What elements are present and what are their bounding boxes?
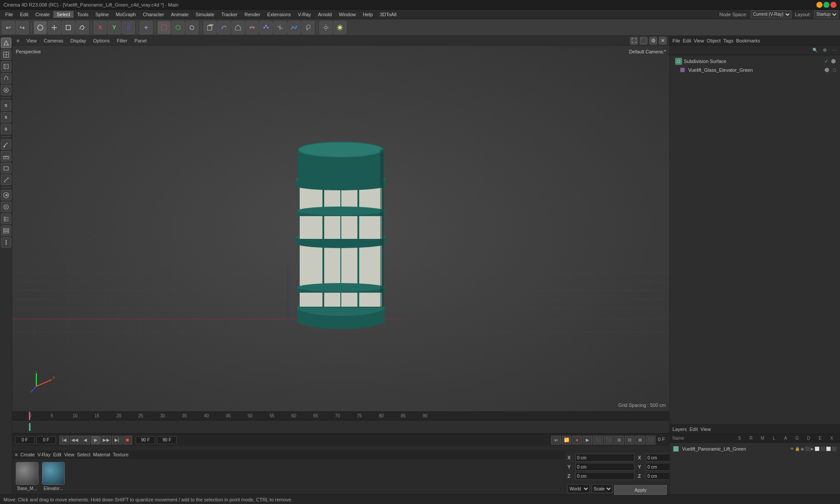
lm-icon-lock[interactable]: 🔒: [795, 447, 800, 451]
settings-button[interactable]: [319, 21, 332, 34]
om-edit-menu[interactable]: Edit: [683, 38, 691, 43]
tool-sculpt[interactable]: [1, 73, 11, 84]
mat-material[interactable]: Material: [93, 452, 110, 457]
lm-icon-solo[interactable]: ◉: [801, 447, 804, 451]
coord-y-pos-input[interactable]: [575, 463, 634, 471]
tool-measure[interactable]: [1, 175, 11, 185]
lm-icon-render[interactable]: ⬛: [805, 447, 810, 451]
lm-layers-menu[interactable]: Layers: [672, 427, 687, 432]
tool-paint2[interactable]: [1, 151, 11, 161]
tool-uv[interactable]: [1, 61, 11, 72]
timeline-loop-btn[interactable]: 🔁: [562, 436, 571, 444]
axis-y-button[interactable]: Y: [108, 21, 121, 34]
lm-icon-more2[interactable]: ⬜: [826, 447, 831, 451]
lm-item-vuelift[interactable]: Vuelift_Panoramic_Lift_Green 👁 🔒 ◉ ⬛ ▶ ⬜…: [672, 444, 838, 453]
axis-x-button[interactable]: X: [94, 21, 107, 34]
om-tags-menu[interactable]: Tags: [723, 38, 733, 43]
field-button[interactable]: [273, 21, 287, 34]
tool-more[interactable]: [1, 237, 11, 248]
viewport-filter-menu[interactable]: Filter: [115, 38, 129, 44]
viewport-options-menu[interactable]: Options: [91, 38, 112, 44]
deform-button[interactable]: [245, 21, 259, 34]
timeline-more5[interactable]: ⊠: [635, 436, 645, 444]
mat-texture[interactable]: Texture: [113, 452, 129, 457]
viewport-cameras-menu[interactable]: Cameras: [42, 38, 65, 44]
layout-select[interactable]: Startup: [814, 10, 838, 18]
timeline-preview-end[interactable]: [157, 436, 177, 444]
menu-tools[interactable]: Tools: [74, 11, 92, 18]
menu-file[interactable]: File: [2, 11, 17, 18]
timeline-track[interactable]: [12, 420, 669, 434]
mat-menu-toggle[interactable]: ≡: [15, 452, 18, 457]
record-button[interactable]: ⏹: [122, 436, 132, 444]
timeline-more4[interactable]: ⊟: [625, 436, 634, 444]
om-bookmarks-menu[interactable]: Bookmarks: [736, 38, 760, 43]
timeline-key-btn[interactable]: ●: [572, 436, 582, 444]
om-more-icon[interactable]: ⋯: [830, 46, 838, 54]
play-back-button[interactable]: ◀: [80, 436, 90, 444]
select-all-button[interactable]: [158, 21, 171, 34]
mode-rotate-button[interactable]: [76, 21, 89, 34]
om-filter-icon[interactable]: ⚙: [821, 46, 829, 54]
axis-z-button[interactable]: Z: [122, 21, 135, 34]
select-lasso-button[interactable]: [186, 21, 199, 34]
viewport-settings[interactable]: ⚙: [649, 37, 657, 45]
timeline-more3[interactable]: ⊞: [614, 436, 624, 444]
tool-s2[interactable]: S: [1, 112, 11, 122]
menu-arnold[interactable]: Arnold: [315, 11, 336, 18]
menu-animate[interactable]: Animate: [168, 11, 192, 18]
undo-button[interactable]: ↩: [2, 21, 15, 34]
menu-simulate[interactable]: Simulate: [192, 11, 218, 18]
lm-view-menu[interactable]: View: [700, 427, 711, 432]
material-item-base[interactable]: Base_M...: [16, 462, 38, 491]
menu-edit[interactable]: Edit: [17, 11, 32, 18]
viewport-render-region[interactable]: ⬛: [640, 37, 648, 45]
goto-end-button[interactable]: ▶|: [112, 436, 122, 444]
step-fwd-button[interactable]: ▶▶: [102, 436, 111, 444]
menu-select[interactable]: Select: [53, 11, 74, 18]
add-button[interactable]: +: [140, 21, 153, 34]
timeline-mode-btn[interactable]: ⏯: [551, 436, 561, 444]
menu-vray[interactable]: V-Ray: [294, 11, 315, 18]
coord-scale-select[interactable]: Scale: [592, 484, 612, 493]
coord-x-pos-input[interactable]: [575, 454, 634, 462]
cube-button[interactable]: [203, 21, 217, 34]
menu-help[interactable]: Help: [360, 11, 377, 18]
coord-z-pos-input[interactable]: [575, 472, 634, 480]
viewport-view-menu[interactable]: View: [24, 38, 38, 44]
node-space-select[interactable]: Current (V-Ray): [751, 10, 791, 18]
timeline-start-frame[interactable]: [36, 436, 56, 444]
mat-select[interactable]: Select: [77, 452, 91, 457]
redo-button[interactable]: ↪: [16, 21, 29, 34]
viewport-display-menu[interactable]: Display: [69, 38, 88, 44]
om-item-subdivision[interactable]: ⬡ Subdivision Surface ✓: [672, 57, 838, 66]
menu-extensions[interactable]: Extensions: [264, 11, 294, 18]
menu-create[interactable]: Create: [32, 11, 53, 18]
tool-layers[interactable]: [1, 225, 11, 236]
mograph-button[interactable]: [259, 21, 273, 34]
close-button[interactable]: [830, 2, 836, 8]
timeline-current-frame[interactable]: [15, 436, 35, 444]
goto-start-button[interactable]: |◀: [60, 436, 69, 444]
tool-grid[interactable]: [1, 214, 11, 224]
timeline-more6[interactable]: ⬛: [646, 436, 655, 444]
om-view-menu[interactable]: View: [694, 38, 704, 43]
tool-rect[interactable]: [1, 163, 11, 173]
mat-vray[interactable]: V-Ray: [37, 452, 50, 457]
coord-world-select[interactable]: World Object: [567, 484, 590, 493]
viewport-panel-menu[interactable]: Panel: [133, 38, 148, 44]
timeline-more1[interactable]: ⬛: [593, 436, 603, 444]
extrude-button[interactable]: [231, 21, 245, 34]
menu-window[interactable]: Window: [335, 11, 359, 18]
mode-move-button[interactable]: [48, 21, 61, 34]
mat-view[interactable]: View: [64, 452, 74, 457]
om-item-glass-elevator[interactable]: Vuelift_Glass_Elevator_Green ⬡: [672, 66, 838, 74]
timeline-more2[interactable]: ⬛: [604, 436, 613, 444]
tool-s3[interactable]: S: [1, 124, 11, 134]
paint-button[interactable]: [301, 21, 315, 34]
lm-icon-more3[interactable]: ⬛: [832, 447, 836, 451]
lm-icon-play[interactable]: ▶: [811, 447, 814, 451]
select-rect-button[interactable]: [172, 21, 185, 34]
tool-fx[interactable]: [1, 202, 11, 212]
menu-mograph[interactable]: MoGraph: [112, 11, 140, 18]
